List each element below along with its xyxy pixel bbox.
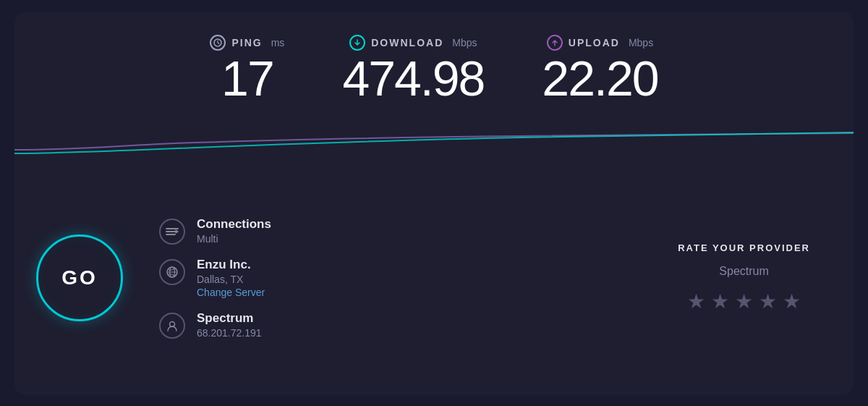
rate-section: RATE YOUR PROVIDER Spectrum ★ ★ ★ ★ ★ — [678, 242, 825, 313]
star-3[interactable]: ★ — [735, 289, 753, 313]
connections-row: Connections Multi — [159, 217, 656, 245]
download-icon — [349, 35, 365, 51]
bottom-area: GO Connections Multi — [14, 161, 854, 395]
ping-stat: PING ms 17 — [210, 35, 284, 103]
download-stat: DOWNLOAD Mbps 474.98 — [342, 35, 484, 103]
speed-graph — [14, 117, 854, 161]
star-5[interactable]: ★ — [783, 289, 801, 313]
app-container: PING ms 17 DOWNLOAD Mbps 474.98 — [14, 12, 854, 395]
upload-icon — [547, 35, 563, 51]
upload-stat: UPLOAD Mbps 22.20 — [542, 35, 658, 103]
ping-label: PING — [231, 37, 262, 48]
isp-title: Spectrum — [197, 311, 262, 326]
rate-header: RATE YOUR PROVIDER — [678, 242, 810, 253]
connections-icon — [159, 219, 185, 245]
server-icon — [159, 259, 185, 285]
download-value: 474.98 — [342, 54, 484, 103]
go-button[interactable]: GO — [36, 234, 123, 321]
stats-area: PING ms 17 DOWNLOAD Mbps 474.98 — [14, 12, 854, 117]
connections-title: Connections — [197, 217, 271, 232]
change-server-link[interactable]: Change Server — [197, 287, 265, 298]
isp-subtitle: 68.201.72.191 — [197, 327, 262, 339]
rate-provider: Spectrum — [719, 265, 768, 278]
download-label: DOWNLOAD — [371, 37, 443, 48]
server-subtitle: Dallas, TX — [197, 274, 265, 285]
upload-value: 22.20 — [542, 54, 658, 103]
connections-subtitle: Multi — [197, 233, 271, 245]
upload-label: UPLOAD — [569, 37, 620, 48]
isp-icon — [159, 313, 185, 339]
server-row: Enzu Inc. Dallas, TX Change Server — [159, 258, 656, 298]
go-button-wrapper: GO — [36, 234, 123, 321]
star-4[interactable]: ★ — [759, 289, 777, 313]
ping-icon — [210, 35, 226, 51]
upload-unit: Mbps — [629, 37, 653, 48]
star-1[interactable]: ★ — [687, 289, 705, 313]
isp-row: Spectrum 68.201.72.191 — [159, 311, 656, 339]
ping-value: 17 — [221, 54, 273, 103]
star-2[interactable]: ★ — [711, 289, 729, 313]
ping-unit: ms — [271, 37, 285, 48]
download-unit: Mbps — [452, 37, 477, 48]
stars-row: ★ ★ ★ ★ ★ — [687, 289, 801, 313]
info-section: Connections Multi Enzu Inc. Dallas, TX C… — [145, 217, 656, 339]
server-title: Enzu Inc. — [197, 258, 265, 272]
